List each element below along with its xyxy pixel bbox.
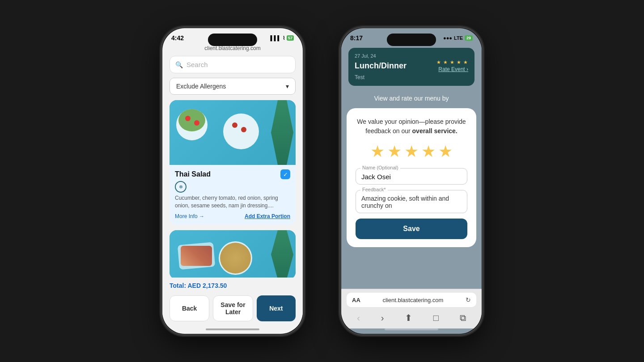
phone-1-screen: 4:42 ▌▌▌ ⌇ 57 client.blastcatering.com 🔍… xyxy=(162,28,303,334)
salad-greens xyxy=(178,109,205,131)
status-time-2: 8:17 xyxy=(350,34,363,42)
status-icons-1: ▌▌▌ ⌇ 57 xyxy=(271,35,294,41)
browser-address-row: AA client.blastcatering.com ↻ xyxy=(347,293,476,307)
allergen-label: Exclude Allergens xyxy=(176,83,226,90)
save-button[interactable]: Save xyxy=(356,219,467,239)
veggie-content xyxy=(220,243,251,274)
wifi-icon-1: ⌇ xyxy=(283,35,285,41)
food-card-2[interactable] xyxy=(169,230,296,278)
thai-salad-name: Thai Salad xyxy=(175,170,211,178)
total-label: Total: xyxy=(169,282,186,289)
browser-tabs-icon[interactable]: ⧉ xyxy=(460,313,466,323)
rate-event-link[interactable]: Rate Event › xyxy=(438,66,468,72)
tomato-2 xyxy=(194,120,199,126)
back-button[interactable]: Back xyxy=(169,295,209,321)
browser-bar: AA client.blastcatering.com ↻ ‹ › ⬆ □ ⧉ xyxy=(341,289,482,328)
food-card-thai-salad[interactable]: Thai Salad ✓ ❄ Cucumber, cherry tomato, … xyxy=(169,100,296,225)
food-card-2-image xyxy=(169,230,296,278)
browser-url[interactable]: client.blastcatering.com xyxy=(364,297,462,303)
next-button[interactable]: Next xyxy=(257,295,296,321)
rating-modal: We value your opinion—please provide fee… xyxy=(347,108,476,247)
event-stars: ★ ★ ★ ★ ★ xyxy=(436,59,468,65)
phone2-content: 27 Jul, 24 Lunch/Dinner ★ ★ ★ ★ ★ Rate E… xyxy=(341,44,482,289)
event-date: 27 Jul, 24 xyxy=(355,53,468,59)
reload-icon[interactable]: ↻ xyxy=(466,296,471,303)
name-field-label: Name (Optional) xyxy=(360,165,400,170)
side-veg xyxy=(181,246,212,266)
thai-salad-check[interactable]: ✓ xyxy=(280,169,290,179)
plant-decor-2 xyxy=(271,230,293,278)
phone-1: 4:42 ▌▌▌ ⌇ 57 client.blastcatering.com 🔍… xyxy=(161,27,304,335)
browser-bookmarks-icon[interactable]: □ xyxy=(433,313,439,323)
allergen-chevron: ▾ xyxy=(286,83,289,90)
allergen-filter[interactable]: Exclude Allergens ▾ xyxy=(169,78,296,95)
notch-1 xyxy=(208,34,257,46)
plate-2 xyxy=(223,114,259,149)
feedback-field[interactable]: Feedback* Amazing cookie, soft within an… xyxy=(356,190,467,213)
signal-icon-1: ▌▌▌ xyxy=(271,35,281,41)
star-4[interactable]: ★ xyxy=(421,142,436,161)
event-rate-area: ★ ★ ★ ★ ★ Rate Event › xyxy=(436,59,468,72)
star-3[interactable]: ★ xyxy=(404,142,419,161)
feedback-field-value[interactable]: Amazing cookie, soft within and crunchy … xyxy=(361,195,462,209)
more-info-link[interactable]: More Info → xyxy=(175,213,204,219)
search-icon: 🔍 xyxy=(175,61,183,68)
battery-2: 29 xyxy=(465,35,473,41)
battery-1: 57 xyxy=(287,35,294,41)
thai-salad-image xyxy=(169,100,296,165)
save-later-button[interactable]: Save for Later xyxy=(213,295,253,321)
home-indicator-1 xyxy=(206,328,259,330)
phone-2-screen: 8:17 ●●● LTE 29 27 Jul, 24 Lunch/Dinner … xyxy=(341,28,482,334)
tomato-4 xyxy=(241,127,246,132)
plant-decor xyxy=(271,100,293,165)
browser-back-icon[interactable]: ‹ xyxy=(357,313,360,323)
lte-label: LTE xyxy=(454,35,463,41)
thai-salad-body: Thai Salad ✓ ❄ Cucumber, cherry tomato, … xyxy=(169,165,296,225)
total-amount: AED 2,173.50 xyxy=(187,282,227,289)
thai-salad-header: Thai Salad ✓ xyxy=(175,169,290,179)
rating-modal-text: We value your opinion—please provide fee… xyxy=(356,117,467,136)
browser-share-icon[interactable]: ⬆ xyxy=(405,312,412,323)
star-1[interactable]: ★ xyxy=(370,142,385,161)
feedback-field-label: Feedback* xyxy=(360,187,388,192)
search-bar[interactable]: 🔍 Search xyxy=(169,56,296,73)
bottom-bar: Back Save for Later Next xyxy=(162,292,303,328)
event-sub: Test xyxy=(355,74,468,80)
name-field-value[interactable]: Jack Osei xyxy=(361,173,462,181)
home-indicator-2 xyxy=(385,328,438,330)
food-tag-icon: ❄ xyxy=(175,181,186,193)
aa-text[interactable]: AA xyxy=(352,297,360,303)
signal-icon-2: ●●● xyxy=(443,35,452,41)
add-extra-link[interactable]: Add Extra Portion xyxy=(245,213,290,219)
browser-forward-icon[interactable]: › xyxy=(381,313,384,323)
phone-2: 8:17 ●●● LTE 29 27 Jul, 24 Lunch/Dinner … xyxy=(340,27,483,335)
event-card[interactable]: 27 Jul, 24 Lunch/Dinner ★ ★ ★ ★ ★ Rate E… xyxy=(348,48,475,86)
tomato-3 xyxy=(232,122,237,128)
name-field[interactable]: Name (Optional) Jack Osei xyxy=(356,168,467,185)
thai-salad-actions: More Info → Add Extra Portion xyxy=(175,213,290,219)
thai-salad-desc: Cucumber, cherry tomato, red onion, spri… xyxy=(175,194,290,210)
browser-nav-row: ‹ › ⬆ □ ⧉ xyxy=(347,311,476,325)
view-rate-text: View and rate our menu by xyxy=(341,91,482,105)
total-bar: Total: AED 2,173.50 xyxy=(162,278,303,292)
tomato-1 xyxy=(185,116,191,121)
event-header: Lunch/Dinner ★ ★ ★ ★ ★ Rate Event › xyxy=(355,59,468,72)
star-2[interactable]: ★ xyxy=(387,142,402,161)
star-5[interactable]: ★ xyxy=(438,142,453,161)
status-icons-2: ●●● LTE 29 xyxy=(443,35,473,41)
notch-2 xyxy=(387,34,436,46)
status-time-1: 4:42 xyxy=(171,34,184,42)
search-placeholder: Search xyxy=(186,61,208,68)
food-list: Thai Salad ✓ ❄ Cucumber, cherry tomato, … xyxy=(162,100,303,278)
event-name: Lunch/Dinner xyxy=(355,61,407,71)
stars-row[interactable]: ★ ★ ★ ★ ★ xyxy=(356,142,467,161)
